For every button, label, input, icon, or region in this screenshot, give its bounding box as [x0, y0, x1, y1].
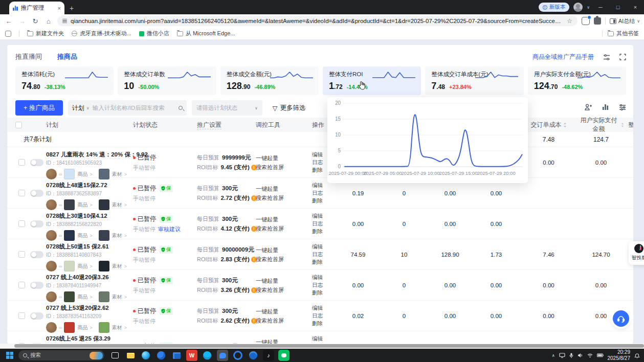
plan-title[interactable]: 0728线上50退15 保2.61: [46, 243, 133, 251]
plan-search-box[interactable]: 计划∨: [68, 100, 187, 116]
scrollbar-thumb[interactable]: [14, 344, 644, 348]
column-header-status[interactable]: 计划状态: [133, 121, 197, 129]
plan-search-input[interactable]: [93, 105, 175, 111]
product-link[interactable]: 商品: [77, 171, 87, 178]
column-header-tools[interactable]: 调控工具: [256, 121, 312, 129]
product-manual-link[interactable]: 商品全域推广产品手册: [532, 53, 594, 61]
row-checkbox[interactable]: [18, 220, 25, 227]
row-actions[interactable]: 编辑日志删除: [312, 270, 335, 300]
row-actions[interactable]: 编辑日志删除: [312, 301, 335, 331]
product-link[interactable]: 商品: [77, 293, 87, 301]
material-link[interactable]: 素材: [112, 171, 122, 178]
home-icon[interactable]: ⌂: [44, 17, 53, 25]
plan-title[interactable]: 0728线上48退15保2.72: [46, 182, 133, 189]
stat-card[interactable]: 用户实际支付金额(元) 124.70 -48.62%: [528, 66, 626, 95]
column-settings-icon[interactable]: [619, 103, 626, 112]
plan-toggle[interactable]: [30, 282, 43, 289]
bookmark-item-2[interactable]: 微信小店: [139, 30, 169, 37]
other-bookmarks[interactable]: 其他书签: [608, 30, 639, 37]
start-button[interactable]: [4, 350, 15, 361]
control-tools[interactable]: 一键起量搜索抢首屏: [256, 209, 312, 239]
customer-service-button[interactable]: [613, 310, 629, 327]
notification-icon[interactable]: [634, 353, 640, 358]
file-explorer-icon[interactable]: [125, 350, 136, 361]
battery-icon[interactable]: [597, 353, 604, 357]
product-link[interactable]: 商品: [77, 263, 87, 270]
custom-metrics-icon[interactable]: [585, 103, 592, 112]
taskbar-search[interactable]: 搜索: [18, 350, 104, 360]
extension-icon[interactable]: [582, 17, 590, 25]
promote-product-button[interactable]: + 推广商品: [15, 100, 63, 116]
table-row[interactable]: 0728线上50退15 保2.61 ID：1838881140807843 ∞ …: [7, 239, 633, 270]
control-tools[interactable]: 一键起量搜索抢首屏: [256, 147, 312, 177]
url-bar[interactable]: qianchuan.jinritemai.com/uni-prom?aavid=…: [57, 16, 578, 26]
review-suggestion-link[interactable]: 审核建议: [158, 225, 181, 233]
plan-title[interactable]: 0726线上45 退25 保3.29: [46, 335, 133, 343]
blue-app-icon[interactable]: [248, 350, 259, 361]
material-link[interactable]: 素材: [112, 293, 122, 301]
material-link[interactable]: 素材: [112, 201, 122, 209]
tab-close-icon[interactable]: ×: [58, 5, 61, 11]
plan-toggle[interactable]: [30, 190, 43, 197]
volume-icon[interactable]: [578, 353, 583, 358]
product-link[interactable]: 商品: [77, 232, 87, 239]
row-checkbox[interactable]: [18, 190, 25, 196]
blue-circle-app-icon[interactable]: [156, 350, 167, 361]
reload-icon[interactable]: ↻: [31, 17, 40, 25]
stat-card[interactable]: 整体成交订单成本(元) 7.48 +23.84%: [425, 66, 523, 95]
tray-expand-icon[interactable]: ∧: [552, 353, 555, 358]
table-row[interactable]: 0727 线上40退20保3.26 ID：1838784011949947 ∞ …: [7, 270, 633, 301]
row-checkbox[interactable]: [18, 312, 25, 319]
bookmark-item-1[interactable]: 虎牙直播-技术驱动...: [72, 30, 131, 37]
material-link[interactable]: 素材: [112, 263, 122, 270]
douyin-icon[interactable]: ♪: [263, 350, 274, 361]
taskbar-clock[interactable]: 20:29 2025/8/27: [608, 349, 631, 362]
material-link[interactable]: 素材: [112, 232, 122, 239]
plan-toggle[interactable]: [30, 312, 43, 320]
product-link[interactable]: 商品: [77, 201, 87, 209]
table-row[interactable]: 0726线上45 退25 保3.29 ID：1838692046083545 ∞…: [7, 331, 633, 344]
horizontal-scrollbar[interactable]: [0, 344, 644, 348]
fullscreen-icon[interactable]: [619, 54, 626, 60]
plan-title[interactable]: 0727 线上53退20保2.62: [46, 304, 133, 312]
ring-app-icon[interactable]: [232, 350, 243, 361]
row-checkbox[interactable]: [18, 159, 25, 166]
control-tools[interactable]: 一键起量搜索抢首屏: [256, 270, 312, 300]
column-header-metric-4[interactable]: 交订单成本: [519, 121, 578, 129]
forward-icon[interactable]: →: [17, 17, 27, 25]
outlook-icon[interactable]: [171, 350, 182, 361]
plan-title[interactable]: 0827 儿童雨衣 14% 退：20% 保：9.92: [46, 151, 133, 159]
browser-tab[interactable]: 推广管理 ×: [9, 2, 64, 14]
url-text[interactable]: qianchuan.jinritemai.com/uni-prom?aavid=…: [71, 18, 563, 24]
row-actions[interactable]: 编辑日志删除: [312, 331, 335, 344]
wps-icon[interactable]: W: [186, 350, 197, 361]
search-type-select[interactable]: 计划∨: [72, 104, 90, 112]
control-tools[interactable]: 一键起量搜索抢首屏: [256, 239, 312, 269]
table-row[interactable]: 0728线上30退10保4.12 ID：1838882156822820 ∞ 商…: [7, 209, 633, 239]
display-icon[interactable]: [559, 353, 565, 358]
site-settings-icon[interactable]: [62, 19, 67, 24]
new-version-badge[interactable]: !新版本: [539, 3, 570, 12]
table-row[interactable]: 0727 线上53退20保2.62 ID：1838783541163209 ∞ …: [7, 301, 633, 331]
profile-chevron-icon[interactable]: ∨: [587, 5, 590, 10]
plan-toggle[interactable]: [30, 159, 43, 166]
back-icon[interactable]: ←: [4, 17, 13, 25]
bookmark-star-icon[interactable]: ☆: [567, 17, 572, 25]
stat-card[interactable]: 整体消耗(元) 74.80 -38.13%: [15, 66, 114, 95]
profile-avatar[interactable]: [573, 3, 583, 12]
control-tools[interactable]: 一键起量搜索抢首屏: [256, 331, 312, 344]
zhitouxing-widget[interactable]: 智投星: [629, 241, 644, 265]
close-button[interactable]: ×: [629, 0, 642, 14]
wechat-icon[interactable]: [278, 350, 290, 361]
stat-card[interactable]: 整体支付ROI 1.72 -14.43%: [323, 66, 421, 95]
microphone-icon[interactable]: [569, 353, 573, 358]
edge-icon[interactable]: [140, 350, 151, 361]
control-tools[interactable]: 一键起量搜索抢首屏: [256, 178, 312, 208]
reading-list-icon[interactable]: [5, 31, 11, 37]
chat-app-active-icon[interactable]: [217, 350, 228, 361]
plan-title[interactable]: 0727 线上40退20保3.26: [46, 274, 133, 281]
row-checkbox[interactable]: [18, 251, 25, 258]
row-actions[interactable]: 编辑日志删除: [312, 209, 335, 239]
row-checkbox[interactable]: [18, 282, 25, 288]
extensions-puzzle-icon[interactable]: [594, 17, 601, 25]
